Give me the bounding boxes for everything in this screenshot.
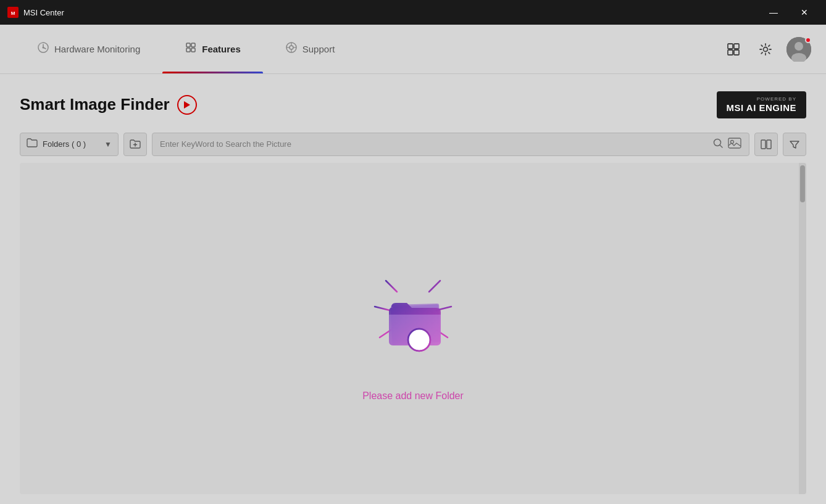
- search-button[interactable]: [713, 138, 723, 151]
- window-controls: — ✕: [759, 3, 819, 22]
- tab-hardware-monitoring[interactable]: Hardware Monitoring: [15, 25, 162, 73]
- add-folder-button[interactable]: [123, 133, 147, 156]
- folders-count-label: Folders ( 0 ): [43, 139, 99, 149]
- search-bar: [152, 133, 749, 156]
- nav-bar: Hardware Monitoring Features: [0, 25, 826, 74]
- filter-button[interactable]: [783, 133, 806, 156]
- close-button[interactable]: ✕: [790, 3, 819, 22]
- ai-engine-name: MSI AI ENGINE: [727, 102, 796, 114]
- ai-engine-badge: POWERED BY MSI AI ENGINE: [717, 91, 806, 118]
- split-view-button[interactable]: [754, 133, 778, 156]
- page-title-area: Smart Image Finder: [20, 95, 197, 115]
- svg-rect-10: [728, 44, 733, 49]
- folder-icon: [27, 138, 38, 147]
- tab-hardware-monitoring-label: Hardware Monitoring: [54, 44, 140, 54]
- svg-line-27: [375, 307, 390, 310]
- svg-rect-23: [767, 140, 771, 149]
- svg-point-9: [290, 46, 293, 49]
- empty-folder-illustration: [345, 255, 481, 378]
- search-input[interactable]: [160, 139, 708, 149]
- ai-powered-by-label: POWERED BY: [757, 96, 796, 102]
- minimize-button[interactable]: —: [759, 3, 788, 22]
- app-title-text: MSI Center: [23, 8, 64, 17]
- scrollbar-thumb[interactable]: [800, 165, 805, 202]
- add-folder-icon: [130, 139, 141, 149]
- image-search-icon: [728, 138, 741, 149]
- gear-icon: [759, 43, 772, 56]
- page-header: Smart Image Finder POWERED BY MSI AI ENG…: [20, 91, 806, 118]
- svg-point-14: [764, 47, 768, 51]
- svg-rect-4: [186, 43, 190, 47]
- svg-rect-5: [191, 43, 195, 47]
- nav-tabs: Hardware Monitoring Features: [15, 25, 357, 73]
- image-search-button[interactable]: [728, 138, 741, 151]
- dropdown-arrow-icon: ▼: [104, 140, 112, 149]
- features-icon: [185, 41, 197, 57]
- svg-line-26: [429, 281, 440, 292]
- filter-icon: [789, 139, 800, 149]
- svg-point-3: [43, 47, 44, 49]
- main-content-area: Please add new Folder: [20, 163, 806, 494]
- folders-dropdown[interactable]: Folders ( 0 ) ▼: [20, 133, 119, 156]
- tab-support[interactable]: Support: [263, 25, 357, 73]
- folder-select-icon: [27, 138, 38, 150]
- support-icon: [285, 41, 298, 57]
- grid-icon: [727, 43, 740, 56]
- svg-rect-11: [734, 44, 739, 49]
- svg-rect-13: [734, 50, 739, 55]
- play-icon: [183, 101, 191, 109]
- svg-point-16: [795, 42, 803, 51]
- tab-features-label: Features: [202, 44, 241, 54]
- tab-support-label: Support: [302, 44, 335, 54]
- svg-rect-7: [191, 48, 195, 52]
- title-bar: M MSI Center — ✕: [0, 0, 826, 25]
- avatar[interactable]: [786, 37, 811, 62]
- play-button[interactable]: [177, 95, 197, 115]
- svg-text:M: M: [11, 10, 15, 16]
- page-title: Smart Image Finder: [20, 95, 170, 114]
- app-logo-icon: M: [7, 7, 19, 18]
- nav-actions: [722, 37, 811, 62]
- svg-rect-6: [186, 48, 190, 52]
- avatar-notification-dot: [805, 37, 811, 43]
- svg-rect-22: [761, 140, 766, 149]
- svg-marker-18: [184, 101, 190, 109]
- app-title-area: M MSI Center: [7, 7, 64, 18]
- app-container: Hardware Monitoring Features: [0, 25, 826, 504]
- content-area: Smart Image Finder POWERED BY MSI AI ENG…: [0, 74, 826, 504]
- scrollbar[interactable]: [799, 163, 806, 494]
- svg-rect-20: [728, 138, 741, 148]
- svg-point-21: [731, 140, 734, 143]
- split-view-icon: [761, 139, 772, 149]
- empty-state: Please add new Folder: [345, 255, 481, 402]
- settings-button[interactable]: [754, 38, 777, 60]
- hardware-monitoring-icon: [37, 41, 49, 57]
- tab-features[interactable]: Features: [162, 25, 263, 73]
- search-icon: [713, 138, 723, 148]
- empty-state-message: Please add new Folder: [362, 390, 464, 402]
- svg-line-25: [386, 281, 397, 292]
- svg-rect-12: [728, 50, 733, 55]
- grid-view-button[interactable]: [722, 38, 745, 60]
- toolbar: Folders ( 0 ) ▼: [20, 131, 806, 158]
